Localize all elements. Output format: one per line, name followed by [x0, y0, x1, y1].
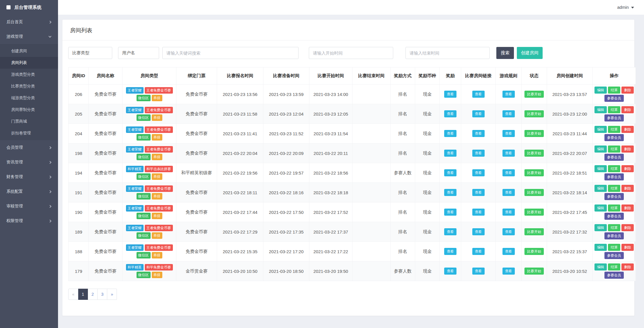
view-room-link-button[interactable]: 查看 — [472, 209, 485, 216]
pagination-page-3[interactable]: 3 — [98, 289, 107, 300]
members-button[interactable]: 参赛会员 — [604, 114, 624, 121]
edit-button[interactable]: 编辑 — [594, 224, 607, 231]
view-reward-button[interactable]: 查看 — [444, 130, 456, 137]
delete-button[interactable]: 删除 — [621, 106, 634, 113]
delete-button[interactable]: 删除 — [621, 126, 634, 133]
view-room-link-button[interactable]: 查看 — [472, 169, 485, 176]
members-button[interactable]: 参赛会员 — [604, 213, 624, 220]
members-button[interactable]: 参赛会员 — [604, 252, 624, 259]
members-button[interactable]: 参赛会员 — [604, 173, 624, 180]
sidebar-item-后台首页[interactable]: 后台首页 — [0, 15, 58, 29]
view-reward-button[interactable]: 查看 — [444, 110, 456, 117]
edit-button[interactable]: 编辑 — [594, 244, 607, 251]
sidebar-subitem-折扣卷管理[interactable]: 折扣卷管理 — [0, 127, 58, 139]
sidebar-item-游戏管理[interactable]: 游戏管理 — [0, 29, 58, 44]
delete-button[interactable]: 删除 — [621, 185, 634, 192]
sidebar-item-权限管理[interactable]: 权限管理 — [0, 214, 58, 228]
view-room-link-button[interactable]: 查看 — [472, 228, 485, 235]
view-rule-button[interactable]: 查看 — [502, 169, 515, 176]
delete-button[interactable]: 删除 — [621, 165, 634, 172]
view-room-link-button[interactable]: 查看 — [472, 248, 485, 255]
settle-button[interactable]: 结算 — [608, 224, 620, 231]
members-button[interactable]: 参赛会员 — [604, 272, 624, 279]
sidebar-subitem-端游类型分类[interactable]: 端游类型分类 — [0, 92, 58, 104]
members-button[interactable]: 参赛会员 — [604, 95, 624, 102]
delete-button[interactable]: 删除 — [621, 263, 634, 270]
sidebar-subitem-房间赛制分类[interactable]: 房间赛制分类 — [0, 104, 58, 116]
edit-button[interactable]: 编辑 — [594, 106, 607, 113]
view-reward-button[interactable]: 查看 — [444, 189, 456, 196]
edit-button[interactable]: 编辑 — [594, 165, 607, 172]
view-reward-button[interactable]: 查看 — [444, 91, 456, 98]
delete-button[interactable]: 删除 — [621, 244, 634, 251]
sidebar-subitem-创建房间[interactable]: 创建房间 — [0, 45, 58, 57]
sidebar-subitem-比赛类型分类[interactable]: 比赛类型分类 — [0, 80, 58, 92]
edit-button[interactable]: 编辑 — [594, 126, 607, 133]
members-button[interactable]: 参赛会员 — [604, 134, 624, 141]
view-room-link-button[interactable]: 查看 — [472, 91, 485, 98]
view-reward-button[interactable]: 查看 — [444, 150, 456, 157]
delete-button[interactable]: 删除 — [621, 87, 634, 94]
settle-button[interactable]: 结算 — [608, 204, 620, 212]
pagination-page-1[interactable]: 1 — [78, 289, 88, 300]
view-room-link-button[interactable]: 查看 — [472, 268, 485, 275]
sidebar-item-会员管理[interactable]: 会员管理 — [0, 140, 58, 155]
members-button[interactable]: 参赛会员 — [604, 154, 624, 161]
pagination-page-2[interactable]: 2 — [88, 289, 98, 300]
view-rule-button[interactable]: 查看 — [502, 248, 515, 255]
view-reward-button[interactable]: 查看 — [444, 248, 456, 255]
settle-button[interactable]: 结算 — [608, 165, 620, 172]
members-button[interactable]: 参赛会员 — [604, 193, 624, 200]
sidebar-item-系统配置[interactable]: 系统配置 — [0, 184, 58, 199]
edit-button[interactable]: 编辑 — [594, 185, 607, 192]
sidebar-item-资讯管理[interactable]: 资讯管理 — [0, 155, 58, 170]
view-room-link-button[interactable]: 查看 — [472, 130, 485, 137]
view-rule-button[interactable]: 查看 — [502, 209, 515, 216]
view-reward-button[interactable]: 查看 — [444, 169, 456, 176]
sidebar-subitem-房间列表[interactable]: 房间列表 — [0, 57, 58, 69]
settle-button[interactable]: 结算 — [608, 185, 620, 192]
view-rule-button[interactable]: 查看 — [502, 110, 515, 117]
sidebar-subitem-门票商城[interactable]: 门票商城 — [0, 116, 58, 127]
edit-button[interactable]: 编辑 — [594, 146, 607, 153]
end-time-input[interactable] — [406, 47, 490, 59]
view-reward-button[interactable]: 查看 — [444, 268, 456, 275]
edit-button[interactable]: 编辑 — [594, 263, 607, 270]
view-rule-button[interactable]: 查看 — [502, 268, 515, 275]
settle-button[interactable]: 结算 — [608, 106, 620, 113]
view-rule-button[interactable]: 查看 — [502, 150, 515, 157]
start-time-input[interactable] — [309, 47, 393, 59]
card-header: 房间列表 — [62, 20, 634, 40]
user-menu[interactable]: admin — [617, 5, 634, 10]
sidebar-item-审核管理[interactable]: 审核管理 — [0, 199, 58, 214]
delete-button[interactable]: 删除 — [621, 204, 634, 212]
view-rule-button[interactable]: 查看 — [502, 189, 515, 196]
view-rule-button[interactable]: 查看 — [502, 91, 515, 98]
view-room-link-button[interactable]: 查看 — [472, 110, 485, 117]
delete-button[interactable]: 删除 — [621, 224, 634, 231]
search-button[interactable]: 搜索 — [496, 47, 514, 59]
sidebar-subitem-游戏类型分类[interactable]: 游戏类型分类 — [0, 69, 58, 80]
sidebar-item-财务管理[interactable]: 财务管理 — [0, 170, 58, 184]
view-room-link-button[interactable]: 查看 — [472, 189, 485, 196]
keyword-input[interactable] — [162, 47, 299, 59]
settle-button[interactable]: 结算 — [608, 87, 620, 94]
username-select[interactable] — [118, 47, 159, 59]
view-reward-button[interactable]: 查看 — [444, 228, 456, 235]
settle-button[interactable]: 结算 — [608, 263, 620, 270]
create-room-button[interactable]: 创建房间 — [517, 47, 543, 59]
view-room-link-button[interactable]: 查看 — [472, 150, 485, 157]
settle-button[interactable]: 结算 — [608, 244, 620, 251]
view-rule-button[interactable]: 查看 — [502, 228, 515, 235]
view-rule-button[interactable]: 查看 — [502, 130, 515, 137]
delete-button[interactable]: 删除 — [621, 146, 634, 153]
members-button[interactable]: 参赛会员 — [604, 232, 624, 239]
settle-button[interactable]: 结算 — [608, 126, 620, 133]
match-type-select[interactable] — [68, 47, 112, 59]
pagination-next[interactable]: » — [107, 289, 117, 300]
pagination-prev[interactable]: « — [68, 289, 78, 300]
edit-button[interactable]: 编辑 — [594, 87, 607, 94]
edit-button[interactable]: 编辑 — [594, 204, 607, 212]
settle-button[interactable]: 结算 — [608, 146, 620, 153]
view-reward-button[interactable]: 查看 — [444, 209, 456, 216]
